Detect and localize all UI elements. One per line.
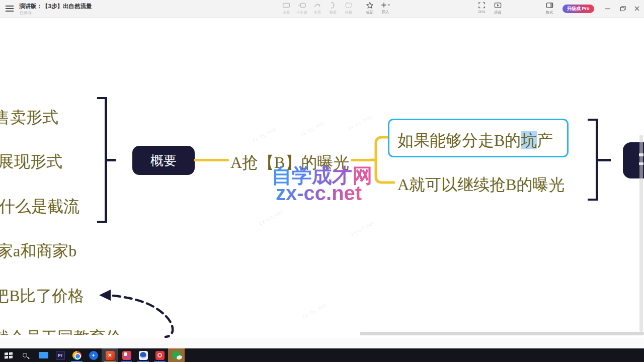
summary-bracket-right (588, 119, 598, 201)
play-icon (494, 2, 502, 9)
branch-connector (194, 159, 229, 161)
taskbar-app-xmind-active[interactable]: ✕ (102, 348, 118, 362)
topic-text-segment: 如果能够分走B的 (397, 131, 521, 149)
red-purple-app-icon (122, 351, 131, 360)
faint-watermark: zx-cc.net (349, 219, 375, 237)
summary-bracket-stub (107, 159, 116, 161)
minimize-icon (605, 6, 611, 12)
star-icon (366, 2, 374, 9)
relationship-icon (313, 2, 321, 9)
chrome-icon (72, 351, 82, 360)
restore-button[interactable] (619, 5, 627, 13)
taskbar-app-chat-active[interactable] (168, 348, 185, 362)
watermark-line2: zx-cc.net (276, 182, 362, 205)
document-title: 演讲版：【3步】出自然流量 (19, 3, 92, 10)
topic-text[interactable]: 什么是截流 (0, 196, 79, 218)
horizontal-scrollbar[interactable] (360, 332, 644, 335)
summary-button[interactable]: 概要 (325, 2, 341, 15)
restore-icon (620, 6, 626, 12)
taskbar-app-chrome[interactable] (68, 348, 85, 362)
zen-brackets-icon (478, 2, 486, 9)
premiere-icon: Pr (56, 351, 65, 360)
blue-dot-app-icon (139, 351, 148, 360)
red-app-icon (155, 351, 165, 360)
format-panel-button[interactable]: 格式 (541, 2, 557, 15)
topic-text[interactable]: A就可以继续抢B的曝光 (397, 174, 565, 196)
topic-icon (282, 2, 290, 9)
faint-watermark: zx-cc.net (301, 302, 327, 319)
topic-button[interactable]: 主题 (278, 2, 294, 15)
subtopic-icon (298, 2, 306, 9)
arrowhead (99, 290, 111, 301)
hamburger-menu-icon[interactable] (6, 6, 14, 12)
zen-mode-button[interactable]: ZEN (473, 2, 490, 15)
blue-app-icon (39, 352, 48, 358)
blue-circle-app-icon: ✦ (89, 351, 98, 360)
minimize-button[interactable] (604, 5, 612, 13)
topic-text-segment: 产 (537, 131, 553, 149)
topic-text[interactable]: 家a和商家b (0, 240, 76, 262)
boundary-button[interactable]: 外框 (341, 2, 356, 15)
selected-topic-text[interactable]: 如果能够分走B的坑产 (397, 130, 553, 152)
relationship-button[interactable]: 关系 (309, 2, 325, 15)
taskbar-app-video-editor[interactable] (118, 348, 135, 362)
marker-button[interactable]: 标记 (362, 2, 377, 15)
faint-watermark: zx-cc.net (346, 114, 372, 131)
summary-bracket-left (97, 97, 107, 223)
window-bottom-strip (0, 338, 644, 348)
plus-icon (380, 2, 387, 9)
faint-watermark: zx-cc.net (251, 126, 277, 143)
topic-text[interactable]: 展现形式 (0, 151, 62, 173)
summary-icon (329, 2, 337, 9)
mindmap-canvas[interactable]: zx-cc.net zx-cc.net zx-cc.net zx-cc.net … (0, 18, 644, 338)
main-toolbar: 主题 子主题 关系 概要 外框 标记 ▾ 插入 (278, 2, 393, 15)
topic-text[interactable]: 把B比了价格 (0, 285, 84, 307)
title-bar: 演讲版：【3步】出自然流量 已保存 主题 子主题 关系 概要 外框 标记 (0, 0, 644, 18)
summary-bracket-stub (598, 159, 611, 161)
faint-watermark: zx-cc.net (299, 120, 325, 137)
relationship-arrow[interactable] (98, 287, 186, 338)
search-icon (23, 353, 27, 357)
taskbar-app-movies[interactable] (35, 348, 52, 362)
view-toolbar: ZEN 演说 格式 (473, 2, 557, 15)
topic-text[interactable]: 售卖形式 (0, 107, 58, 129)
xmind-icon: ✕ (106, 351, 115, 360)
start-button[interactable] (0, 348, 17, 362)
taskbar-app-messenger[interactable] (135, 348, 151, 362)
overview-node[interactable]: 概要 (132, 146, 195, 175)
taskbar-app-player[interactable]: ✦ (85, 348, 102, 362)
boundary-icon (345, 2, 353, 9)
upgrade-pro-button[interactable]: 升级成 Pro (562, 5, 594, 13)
subtopic-button[interactable]: 子主题 (294, 2, 309, 15)
windows-logo-icon (5, 352, 13, 358)
faint-watermark: zx-cc.net (258, 208, 284, 226)
insert-button[interactable]: ▾ 插入 (377, 2, 393, 15)
chevron-down-icon: ▾ (388, 3, 390, 7)
vertical-scrollbar[interactable] (639, 135, 643, 332)
windows-taskbar: Pr ✦ ✕ (0, 348, 644, 362)
save-status: 已保存 (20, 10, 32, 16)
presentation-button[interactable]: 演说 (490, 2, 506, 15)
highlighted-character: 坑 (521, 131, 537, 149)
taskbar-app-social[interactable] (151, 348, 168, 362)
close-button[interactable] (633, 5, 641, 13)
close-icon (634, 6, 640, 12)
taskbar-search-button[interactable] (17, 348, 33, 362)
taskbar-app-premiere[interactable]: Pr (52, 348, 68, 362)
side-panel-icon (546, 2, 553, 9)
green-chat-app-icon (172, 351, 181, 359)
